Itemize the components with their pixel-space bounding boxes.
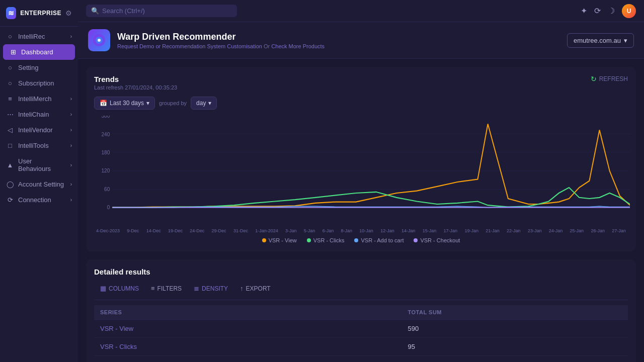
main-content: 🔍 Search (Ctrl+/) ✦ ⟳ ☽ U Warp D	[78, 0, 644, 362]
chevron-intelivendor: ›	[70, 127, 72, 133]
svg-text:240: 240	[101, 131, 110, 137]
sidebar-item-setting[interactable]: ○ Setting	[0, 60, 78, 75]
chevron-account-setting: ›	[70, 182, 72, 187]
sidebar-icon-intellimerch: ≡	[6, 95, 14, 103]
sidebar-item-intelivendor[interactable]: ◁ InteliVendor ›	[0, 122, 78, 138]
filters-label: FILTERS	[157, 285, 182, 292]
sidebar-label-subscription: Subscription	[18, 79, 72, 87]
cell-total-0: 590	[402, 320, 628, 338]
search-box[interactable]: 🔍 Search (Ctrl+/)	[86, 5, 237, 17]
toolbar: ▦ COLUMNS ≡ FILTERS ≣ DENSITY ↑ EXPORT	[94, 282, 628, 300]
sidebar-settings-icon[interactable]: ⚙	[65, 9, 72, 17]
svg-text:120: 120	[101, 167, 110, 174]
date-chevron: ▾	[146, 100, 149, 107]
legend-vsr-view: VSR - View	[262, 237, 297, 243]
sidebar-item-intellirec[interactable]: ○ IntelliRec ›	[0, 29, 78, 44]
domain-selector[interactable]: emutree.com.au ▾	[567, 33, 634, 48]
topbar-icons: ✦ ⟳ ☽ U	[581, 4, 636, 18]
table-row: VSR - Add to cart 24	[94, 356, 628, 363]
sidebar-label-intellimerch: IntelliMerch	[18, 95, 66, 103]
col-total-sum: TOTAL SUM	[402, 305, 628, 320]
columns-icon: ▦	[100, 285, 106, 292]
sidebar-icon-intelivendor: ◁	[6, 126, 14, 134]
sidebar-item-intelichain[interactable]: ⋯ InteliChain ›	[0, 107, 78, 122]
cell-total-2: 24	[402, 356, 628, 363]
legend-label-vsr-clicks: VSR - Clicks	[313, 237, 345, 243]
grouped-by-value: day	[196, 100, 206, 107]
subtitle-or: Or	[264, 43, 270, 49]
refresh-button[interactable]: ↻ REFRESH	[591, 75, 628, 83]
sidebar-nav: ○ IntelliRec › ⊞ Dashboard ○ Setting ○ S…	[0, 27, 78, 210]
sidebar-item-connection[interactable]: ⟳ Connection ›	[0, 192, 78, 208]
legend-vsr-add-to-cart: VSR - Add to cart	[354, 237, 404, 243]
legend-label-vsr-add-to-cart: VSR - Add to cart	[361, 237, 404, 243]
series-link-0[interactable]: VSR - View	[100, 325, 133, 332]
app-logo: ≋	[6, 7, 16, 19]
user-avatar[interactable]: U	[622, 4, 636, 18]
legend-dot-vsr-add-to-cart	[354, 238, 358, 242]
trends-chart: 300 240 180 120 60 0	[92, 116, 630, 226]
cell-total-1: 95	[402, 338, 628, 356]
sidebar: ≋ ENTERPRISE ⚙ ○ IntelliRec › ⊞ Dashboar…	[0, 0, 78, 362]
calendar-icon: 📅	[100, 100, 107, 107]
chevron-intellimerch: ›	[70, 96, 72, 102]
legend-dot-vsr-clicks	[307, 238, 311, 242]
grouped-by-filter[interactable]: day ▾	[191, 97, 217, 110]
table-row: VSR - Clicks 95	[94, 338, 628, 356]
sidebar-label-connection: Connection	[18, 196, 66, 204]
sidebar-icon-account-setting: ◯	[6, 180, 14, 188]
chart-legend: VSR - View VSR - Clicks VSR - Add to car…	[94, 237, 628, 243]
page-title-block: Warp Driven Recommender Request Demo or …	[117, 32, 325, 49]
app-icon	[88, 29, 110, 51]
sidebar-item-subscription[interactable]: ○ Subscription	[0, 75, 78, 91]
products-link[interactable]: Check More Products	[271, 43, 325, 49]
sidebar-icon-setting: ○	[6, 64, 14, 71]
export-button[interactable]: ↑ EXPORT	[234, 282, 277, 295]
sidebar-item-intellitools[interactable]: □ IntelliTools ›	[0, 138, 78, 153]
sidebar-label-dashboard: Dashboard	[21, 48, 69, 56]
sidebar-item-dashboard[interactable]: ⊞ Dashboard	[3, 44, 75, 60]
export-label: EXPORT	[246, 285, 271, 292]
sidebar-item-account-setting[interactable]: ◯ Account Setting ›	[0, 176, 78, 192]
page-header: Warp Driven Recommender Request Demo or …	[78, 22, 644, 59]
refresh-icon: ↻	[591, 75, 597, 83]
cell-series-0: VSR - View	[94, 320, 402, 338]
sidebar-icon-intellitools: □	[6, 142, 14, 149]
sparkle-icon[interactable]: ✦	[581, 6, 587, 16]
page-subtitle: Request Demo or Recommendation System Cu…	[117, 43, 325, 49]
chevron-connection: ›	[70, 197, 72, 203]
trends-section: Trends Last refresh 27/01/2024, 00:35:23…	[86, 67, 636, 251]
trends-header: Trends Last refresh 27/01/2024, 00:35:23…	[94, 75, 628, 90]
detailed-results-title: Detailed results	[94, 267, 628, 276]
chevron-intelichain: ›	[70, 112, 72, 117]
cell-series-2: VSR - Add to cart	[94, 356, 402, 363]
columns-label: COLUMNS	[109, 285, 139, 292]
refresh-label: REFRESH	[599, 75, 628, 82]
chevron-intellirec: ›	[70, 34, 72, 39]
demo-link[interactable]: Request Demo or Recommendation System Cu…	[117, 43, 262, 49]
table-header-row: SERIES TOTAL SUM	[94, 305, 628, 320]
density-button[interactable]: ≣ DENSITY	[188, 282, 234, 295]
grouped-by-label: grouped by	[159, 100, 187, 106]
translate-icon[interactable]: ⟳	[594, 6, 601, 16]
domain-chevron: ▾	[624, 37, 627, 44]
topbar: 🔍 Search (Ctrl+/) ✦ ⟳ ☽ U	[78, 0, 644, 22]
legend-label-vsr-view: VSR - View	[269, 237, 297, 243]
columns-button[interactable]: ▦ COLUMNS	[94, 282, 145, 295]
series-link-1[interactable]: VSR - Clicks	[100, 343, 137, 350]
page-content: Warp Driven Recommender Request Demo or …	[78, 22, 644, 362]
sidebar-label-setting: Setting	[18, 64, 72, 71]
sidebar-label-intelivendor: InteliVendor	[18, 126, 66, 134]
sidebar-header: ≋ ENTERPRISE ⚙	[0, 0, 78, 27]
sidebar-item-user-behaviours[interactable]: ▲ User Behaviours ›	[0, 153, 78, 176]
date-range-filter[interactable]: 📅 Last 30 days ▾	[94, 97, 155, 110]
moon-icon[interactable]: ☽	[608, 6, 615, 16]
filters-button[interactable]: ≡ FILTERS	[145, 282, 188, 295]
domain-label: emutree.com.au	[574, 37, 621, 44]
sidebar-icon-connection: ⟳	[6, 196, 14, 204]
sidebar-item-intellimerch[interactable]: ≡ IntelliMerch ›	[0, 91, 78, 107]
x-axis-labels: 4-Dec-20239-Dec14-Dec19-Dec24-Dec29-Dec3…	[94, 226, 628, 233]
table-row: VSR - View 590	[94, 320, 628, 338]
search-placeholder: Search (Ctrl+/)	[102, 7, 145, 15]
sidebar-label-intellitools: IntelliTools	[18, 142, 66, 149]
